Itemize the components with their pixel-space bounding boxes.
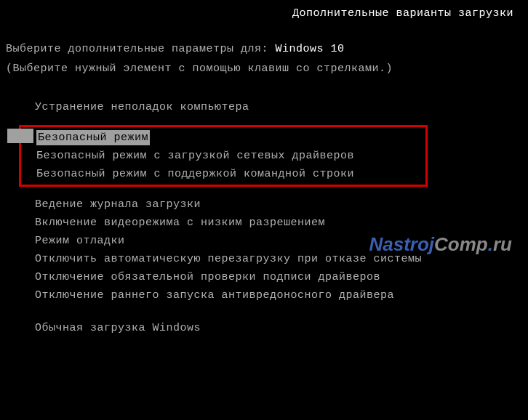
selection-indicator	[7, 129, 33, 143]
menu-item-repair[interactable]: Устранение неполадок компьютера	[35, 100, 522, 115]
prompt-text: Выберите дополнительные параметры для:	[6, 43, 268, 55]
menu-item-safe-mode-cmd[interactable]: Безопасный режим с поддержкой командной …	[36, 166, 425, 182]
menu-item-low-res[interactable]: Включение видеорежима с низким разрешени…	[35, 215, 522, 230]
menu-item-safe-mode-row[interactable]: Безопасный режим	[23, 130, 425, 145]
menu-item-disable-sig[interactable]: Отключение обязательной проверки подписи…	[35, 270, 522, 285]
menu-block-2: Ведение журнала загрузки Включение видео…	[35, 197, 522, 303]
prompt-line: Выберите дополнительные параметры для: W…	[6, 41, 522, 57]
menu-item-safe-mode[interactable]: Безопасный режим	[36, 130, 150, 145]
menu-item-safe-mode-net[interactable]: Безопасный режим с загрузкой сетевых дра…	[36, 148, 425, 163]
menu-item-boot-log[interactable]: Ведение журнала загрузки	[35, 197, 522, 212]
content-area: Выберите дополнительные параметры для: W…	[0, 41, 528, 336]
hint-line: (Выберите нужный элемент с помощью клави…	[6, 61, 522, 76]
os-name: Windows 10	[276, 43, 345, 55]
menu-item-disable-elam[interactable]: Отключение раннего запуска антивредоносн…	[35, 288, 522, 303]
menu-item-debug[interactable]: Режим отладки	[35, 233, 522, 249]
page-title: Дополнительные варианты загрузки	[0, 0, 528, 21]
menu-block-3: Обычная загрузка Windows	[35, 320, 522, 336]
menu-item-normal-boot[interactable]: Обычная загрузка Windows	[35, 320, 522, 336]
menu-item-no-auto-restart[interactable]: Отключить автоматическую перезагрузку пр…	[35, 251, 522, 267]
safe-mode-group-highlight: Безопасный режим Безопасный режим с загр…	[19, 125, 428, 187]
boot-menu[interactable]: Устранение неполадок компьютера Безопасн…	[6, 100, 522, 336]
